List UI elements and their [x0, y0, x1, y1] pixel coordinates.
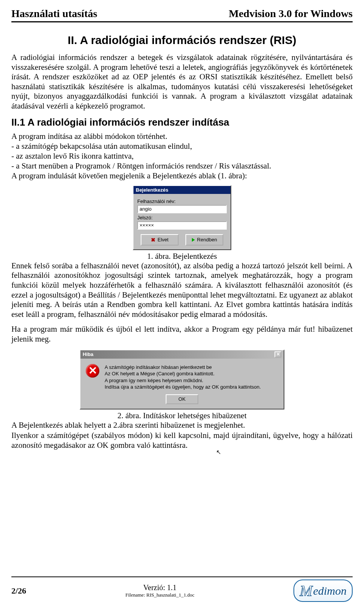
error-ok-button[interactable]: OK — [166, 394, 198, 404]
close-icon: ✕ — [276, 352, 280, 357]
paragraph-running: Ha a program már működik és újból el let… — [11, 324, 353, 344]
password-input[interactable] — [137, 221, 227, 230]
after-bullets: A program indulását követően megjelenik … — [11, 171, 353, 181]
cancel-button[interactable]: ✖ Elvet — [141, 234, 179, 246]
error-icon: ✕ — [86, 364, 99, 378]
paragraph-err-note: A Bejelentkezés ablak helyett a 2.ábra s… — [11, 420, 353, 430]
logo-text: edimon — [313, 584, 347, 597]
label-password: Jelszó: — [137, 215, 227, 220]
error-text: A számítógép indításakor hibásan jelentk… — [105, 364, 261, 391]
close-button[interactable]: ✕ — [275, 351, 281, 357]
paragraph-after-fig1: Ennek felső sorába a felhasználói nevet … — [11, 261, 353, 320]
version-label: Verzió: 1.1 — [126, 583, 195, 592]
error-line-4: Indítsa újra a számítógépet és ügyeljen,… — [105, 384, 261, 391]
error-line-1: A számítógép indításakor hibásan jelentk… — [105, 364, 261, 371]
error-ok-label: OK — [179, 396, 186, 402]
header-left: Használati utasítás — [11, 8, 97, 20]
login-dialog-title: Bejelentkezés — [133, 186, 231, 194]
figure2-caption: 2. ábra. Indításkor lehetséges hibaüzene… — [11, 411, 353, 420]
cancel-icon: ✖ — [151, 237, 155, 243]
paragraph-intro: A radiológiai információs rendszer a bet… — [11, 53, 353, 111]
figure1-caption: 1. ábra. Bejelentkezés — [11, 252, 353, 261]
login-dialog: Bejelentkezés Felhasználói név: Jelszó: … — [133, 185, 231, 250]
footer-rule — [11, 576, 353, 577]
username-input[interactable] — [137, 205, 227, 213]
header-rule — [11, 21, 353, 22]
error-dialog: Hiba ✕ ✕ A számítógép indításakor hibása… — [80, 350, 284, 409]
label-username: Felhasználói név: — [137, 198, 227, 204]
logo-m-icon: M — [300, 582, 312, 600]
filename-label: Filename: RIS_hasznalati_1_1.doc — [126, 592, 195, 598]
chapter-title: II. A radiológiai információs rendszer (… — [11, 34, 353, 47]
section-title: II.1 A radiológiai információs rendszer … — [11, 117, 353, 128]
footer: 2/26 Verzió: 1.1 Filename: RIS_hasznalat… — [11, 576, 353, 602]
bullet-2: - az asztalon levő Ris ikonra kattintva, — [11, 151, 353, 161]
ok-button[interactable]: Rendben — [185, 234, 223, 246]
intro-line: A program indítása az alábbi módokon tör… — [11, 131, 353, 141]
bullet-3: - a Start menüben a Programok / Röntgen … — [11, 161, 353, 171]
medimon-logo: M edimon — [293, 580, 353, 602]
header-right: Medvision 3.0 for Windows — [229, 8, 353, 20]
paragraph-restart: Ilyenkor a számítógépet (szabályos módon… — [11, 431, 353, 450]
error-dialog-title: Hiba — [83, 351, 93, 357]
error-line-2: Az OK helyett a Mégse (Cancel) gombra ka… — [105, 370, 261, 377]
run-icon — [192, 238, 195, 242]
page-number: 2/26 — [11, 586, 26, 596]
cancel-button-label: Elvet — [158, 237, 169, 243]
error-line-3: A program így nem képes helyesen működni… — [105, 377, 261, 384]
bullet-1: - a számítógép bekapcsolása után automat… — [11, 141, 353, 151]
ok-button-label: Rendben — [197, 237, 217, 243]
